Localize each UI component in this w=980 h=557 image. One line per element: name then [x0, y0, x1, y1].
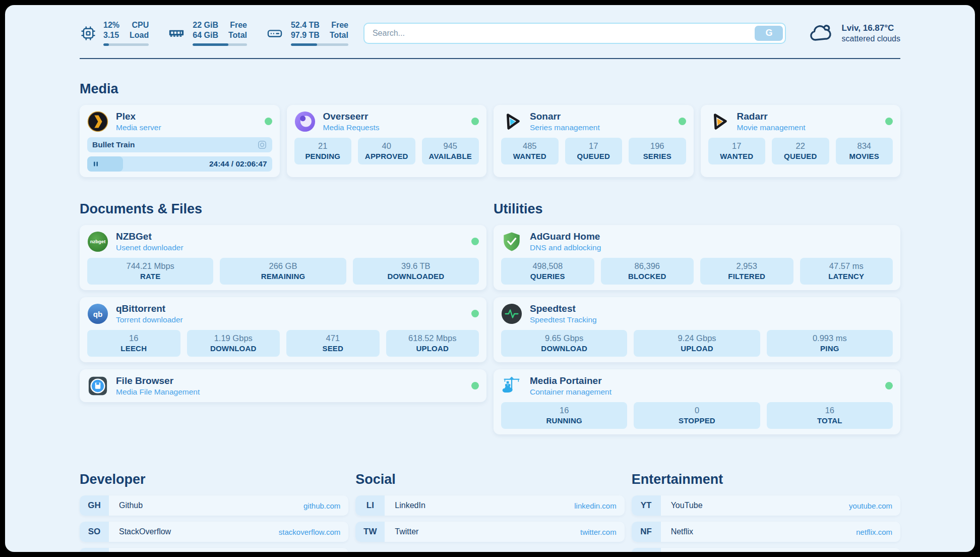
stat-value: 17: [710, 141, 764, 151]
stat-value: 47.57 ms: [802, 261, 891, 271]
stat-label: REMAINING: [222, 271, 344, 281]
service-title: Overseerr: [323, 110, 380, 123]
service-subtitle: Torrent downloader: [116, 315, 183, 324]
stat-label: PENDING: [296, 151, 350, 161]
stat-value: 16: [769, 405, 891, 416]
stat-value: 86,396: [603, 261, 692, 271]
disk-widget: 52.4 TB Free 97.9 TB Total: [265, 20, 348, 46]
stat-label: AVAILABLE: [424, 151, 477, 161]
stat-value: 9.24 Gbps: [636, 333, 758, 344]
plex-icon: [87, 111, 108, 132]
section-title-utilities: Utilities: [494, 201, 900, 217]
service-card-radarr[interactable]: Radarr Movie management 17 WANTED 22 QUE…: [701, 105, 901, 177]
portainer-icon: [501, 375, 522, 397]
cpu-icon: [80, 25, 97, 42]
entertainment-column: Entertainment YT YouTube youtube.com NF …: [632, 450, 900, 552]
plex-playback-progress: 24:44 / 02:06:47: [87, 156, 272, 172]
status-dot: [885, 118, 893, 125]
stat-box: 16 LEECH: [87, 330, 180, 357]
service-subtitle: Movie management: [737, 123, 806, 132]
stat-value: 9.65 Gbps: [503, 333, 625, 344]
stat-label: UPLOAD: [636, 344, 758, 353]
qbittorrent-icon: qb: [87, 303, 108, 324]
bookmark-netflix[interactable]: NF Netflix netflix.com: [632, 522, 900, 542]
disk-label-top: Free: [330, 20, 348, 30]
cpu-widget: 12% CPU 3.15 Load: [80, 20, 149, 46]
bookmark-url: stackoverflow.com: [279, 528, 341, 536]
bookmark-reddit[interactable]: RE Reddit reddit.com: [632, 548, 900, 552]
stat-value: 744.21 Mbps: [89, 261, 211, 271]
section-title-documents: Documents & Files: [80, 201, 486, 217]
stat-box: 39.6 TB DOWNLOADED: [353, 258, 479, 285]
stat-box: 9.65 Gbps DOWNLOAD: [501, 330, 627, 357]
resource-widgets: 12% CPU 3.15 Load: [80, 20, 348, 46]
section-title-media: Media: [80, 81, 900, 97]
service-card-overseerr[interactable]: Overseerr Media Requests 21 PENDING 40 A…: [287, 105, 487, 177]
service-card-portainer[interactable]: Media Portainer Container management 16 …: [494, 369, 900, 434]
bookmark-url: netflix.com: [856, 528, 892, 536]
stat-value: 40: [360, 141, 413, 151]
stat-label: RATE: [89, 271, 211, 281]
search-provider-button[interactable]: G: [755, 26, 783, 41]
bookmark-youtube[interactable]: YT YouTube youtube.com: [632, 495, 900, 516]
stat-label: APPROVED: [360, 151, 413, 161]
search-input[interactable]: [364, 29, 785, 38]
stat-label: RUNNING: [503, 416, 625, 425]
stat-box: 9.24 Gbps UPLOAD: [634, 330, 760, 357]
documents-column: Documents & Files nzbget NZBGet Usenet d…: [80, 179, 486, 409]
stat-label: DOWNLOAD: [189, 344, 278, 353]
stat-value: 16: [503, 405, 625, 416]
status-dot: [679, 118, 686, 125]
service-subtitle: Speedtest Tracking: [530, 315, 597, 324]
service-card-plex[interactable]: Plex Media server Bullet Train: [80, 105, 280, 177]
service-card-nzbget[interactable]: nzbget NZBGet Usenet downloader 744.21 M…: [80, 225, 486, 290]
status-dot: [471, 118, 479, 125]
bookmark-name: Twitter: [395, 527, 418, 536]
bookmark-name: Netflix: [671, 527, 693, 536]
service-title: File Browser: [116, 375, 200, 387]
service-card-sonarr[interactable]: Sonarr Series management 485 WANTED 17 Q…: [494, 105, 694, 177]
bookmark-url: youtube.com: [849, 502, 892, 510]
stat-label: QUERIES: [503, 271, 592, 281]
service-title: NZBGet: [116, 231, 183, 243]
service-card-speedtest[interactable]: Speedtest Speedtest Tracking 9.65 Gbps D…: [494, 297, 900, 362]
weather-location-temp: Lviv, 16.87°C: [841, 23, 900, 34]
stat-value: 2,953: [702, 261, 791, 271]
cpu-label-top: CPU: [130, 20, 149, 30]
service-subtitle: Usenet downloader: [116, 243, 183, 252]
bookmark-url: github.com: [303, 502, 340, 510]
bookmark-abbr: LI: [355, 495, 385, 516]
service-card-qbittorrent[interactable]: qb qBittorrent Torrent downloader 16 LEE…: [80, 297, 486, 362]
stat-box: 834 MOVIES: [836, 138, 893, 164]
ram-widget: 22 GiB Free 64 GiB Total: [167, 20, 247, 46]
section-title-entertainment: Entertainment: [632, 472, 900, 487]
bookmark-abbr: RE: [632, 548, 661, 552]
stat-box: 196 SERIES: [629, 138, 686, 164]
stat-value: 485: [503, 141, 557, 151]
bookmark-stackoverflow[interactable]: SO StackOverflow stackoverflow.com: [80, 522, 348, 542]
bookmark-linkedin[interactable]: LI LinkedIn linkedin.com: [355, 495, 624, 516]
stat-value: 0.993 ms: [769, 333, 891, 344]
stat-label: WANTED: [503, 151, 557, 161]
stat-value: 471: [288, 333, 378, 344]
stat-value: 39.6 TB: [355, 261, 477, 271]
bookmark-name: YouTube: [671, 501, 703, 510]
topbar-divider: [80, 58, 900, 59]
bookmark-github[interactable]: GH Github github.com: [80, 495, 348, 516]
stat-box: 945 AVAILABLE: [422, 138, 479, 164]
bookmark-dev[interactable]: DT DEV dev.to: [80, 548, 348, 552]
weather-condition: scattered clouds: [841, 34, 900, 44]
status-dot: [471, 238, 479, 245]
cpu-label-bottom: Load: [130, 30, 149, 40]
stat-box: 2,953 FILTERED: [700, 258, 793, 285]
bookmark-twitter[interactable]: TW Twitter twitter.com: [355, 522, 624, 542]
service-title: Sonarr: [530, 110, 600, 123]
stat-label: LATENCY: [802, 271, 891, 281]
stat-label: SEED: [288, 344, 378, 353]
view-session-icon[interactable]: [257, 140, 267, 150]
service-card-filebrowser[interactable]: File Browser Media File Management: [80, 369, 486, 402]
speedtest-icon: [501, 303, 522, 324]
nzbget-icon: nzbget: [87, 231, 108, 252]
developer-column: Developer GH Github github.com SO StackO…: [80, 450, 348, 552]
service-card-adguard[interactable]: AdGuard Home DNS and adblocking 498,508 …: [494, 225, 900, 290]
